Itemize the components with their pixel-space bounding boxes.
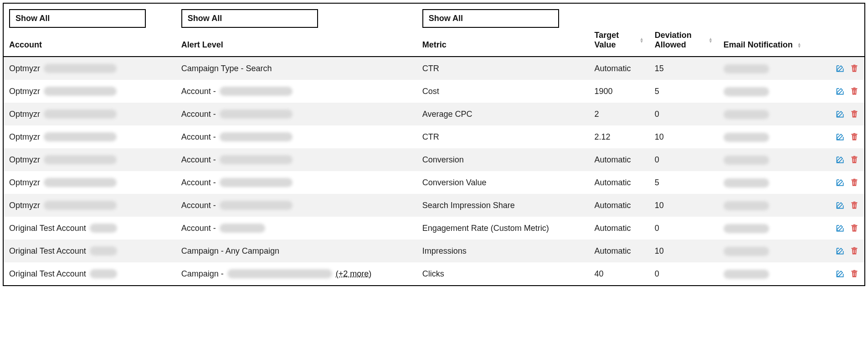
col-header-target-value[interactable]: Target Value▲▼ [589,31,649,57]
redacted-text [220,132,293,141]
table-row: OptmyzrCampaign Type - SearchCTRAutomati… [4,57,864,80]
redacted-text [220,224,265,233]
edit-icon[interactable] [835,177,845,188]
deviation-cell: 10 [649,125,718,148]
alert-level-cell: Account - [176,217,417,240]
more-items-link[interactable]: (+2 more) [336,269,372,279]
col-header-metric[interactable]: Metric [417,31,589,57]
redacted-text [220,201,293,210]
col-header-account[interactable]: Account [4,31,176,57]
table-row: OptmyzrAccount - Conversion ValueAutomat… [4,171,864,194]
target-value-cell: 2.12 [589,125,649,148]
col-header-deviation-allowed[interactable]: Deviation Allowed▲▼ [649,31,718,57]
row-actions-cell [830,194,864,217]
edit-icon[interactable] [835,223,845,233]
account-name: Original Test Account [9,269,86,279]
redacted-text [44,155,117,164]
account-cell: Original Test Account [4,240,176,262]
edit-icon[interactable] [835,132,845,142]
trash-icon[interactable] [849,132,859,142]
trash-icon[interactable] [849,200,859,210]
account-cell: Optmyzr [4,194,176,217]
edit-icon[interactable] [835,269,845,279]
redacted-text [44,64,117,73]
trash-icon[interactable] [849,63,859,73]
edit-icon[interactable] [835,200,845,210]
redacted-text [724,178,769,188]
account-cell: Original Test Account [4,262,176,285]
target-value-cell: Automatic [589,194,649,217]
deviation-cell: 15 [649,57,718,80]
email-notification-cell [718,171,830,194]
metric-cell: CTR [417,125,589,148]
edit-icon[interactable] [835,63,845,73]
target-value-cell: 2 [589,103,649,125]
target-value-cell: Automatic [589,57,649,80]
row-actions-cell [830,57,864,80]
target-value-cell: Automatic [589,217,649,240]
row-actions-cell [830,103,864,125]
trash-icon[interactable] [849,155,859,165]
target-value-cell: Automatic [589,171,649,194]
email-notification-cell [718,80,830,103]
deviation-cell: 5 [649,171,718,194]
metric-cell: CTR [417,57,589,80]
metric-cell: Search Impression Share [417,194,589,217]
alert-level-text: Campaign - Any Campaign [181,246,279,256]
row-actions-cell [830,148,864,171]
account-name: Optmyzr [9,87,40,96]
account-filter-select[interactable]: Show All [9,9,146,28]
account-cell: Optmyzr [4,80,176,103]
edit-icon[interactable] [835,155,845,165]
deviation-cell: 10 [649,194,718,217]
redacted-text [44,132,117,141]
redacted-text [724,133,769,142]
alert-level-cell: Account - [176,125,417,148]
trash-icon[interactable] [849,223,859,233]
trash-icon[interactable] [849,177,859,188]
account-cell: Optmyzr [4,148,176,171]
trash-icon[interactable] [849,109,859,119]
redacted-text [724,270,769,279]
account-name: Optmyzr [9,110,40,119]
redacted-text [220,155,293,164]
metric-cell: Impressions [417,240,589,262]
alert-level-text: Campaign Type - Search [181,64,272,73]
edit-icon[interactable] [835,109,845,119]
alerts-table: Show All Show All Show All Account Alert… [4,4,864,285]
account-name: Original Test Account [9,246,86,256]
edit-icon[interactable] [835,246,845,256]
metric-filter-select[interactable]: Show All [422,9,559,28]
metric-cell: Cost [417,80,589,103]
col-header-email-notification[interactable]: Email Notification▲▼ [718,31,830,57]
alert-level-text: Account - [181,155,216,165]
redacted-text [44,87,117,96]
trash-icon[interactable] [849,246,859,256]
deviation-cell: 0 [649,262,718,285]
email-notification-cell [718,148,830,171]
email-notification-cell [718,217,830,240]
metric-cell: Clicks [417,262,589,285]
edit-icon[interactable] [835,86,845,96]
col-header-alert-level[interactable]: Alert Level [176,31,417,57]
account-name: Optmyzr [9,64,40,73]
target-value-cell: Automatic [589,240,649,262]
redacted-text [724,247,769,256]
alert-level-cell: Account - [176,103,417,125]
alert-level-cell: Account - [176,80,417,103]
alert-level-filter-select[interactable]: Show All [181,9,318,28]
trash-icon[interactable] [849,269,859,279]
alert-level-cell: Campaign - (+2 more) [176,262,417,285]
email-notification-cell [718,240,830,262]
row-actions-cell [830,240,864,262]
redacted-text [220,87,293,96]
table-row: OptmyzrAccount - Average CPC20 [4,103,864,125]
sort-icon: ▲▼ [640,37,644,43]
account-name: Optmyzr [9,201,40,210]
trash-icon[interactable] [849,86,859,96]
redacted-text [90,224,117,233]
email-notification-cell [718,194,830,217]
redacted-text [724,224,769,233]
target-value-cell: 1900 [589,80,649,103]
alert-level-cell: Campaign Type - Search [176,57,417,80]
